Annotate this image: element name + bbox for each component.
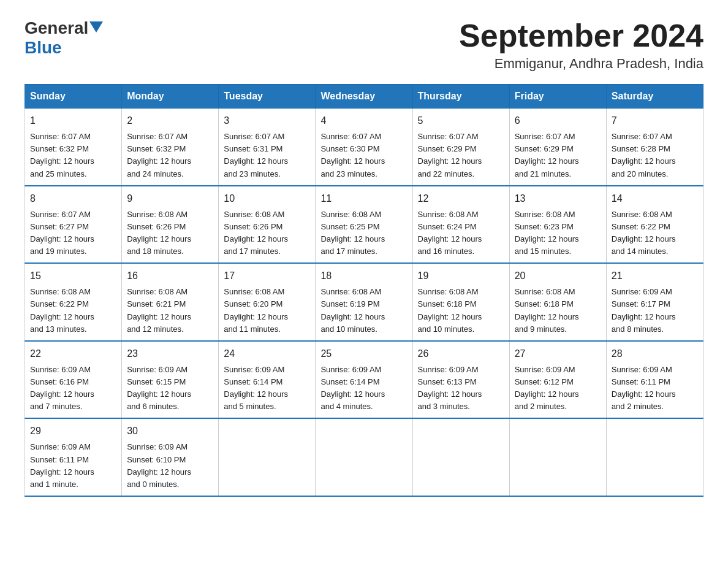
day-info: Sunrise: 6:07 AMSunset: 6:31 PMDaylight:…: [224, 132, 288, 178]
calendar-cell: [219, 418, 316, 496]
day-number: 4: [320, 113, 407, 128]
day-info: Sunrise: 6:08 AMSunset: 6:18 PMDaylight:…: [515, 287, 579, 333]
day-number: 25: [320, 347, 407, 361]
title-area: September 2024 Emmiganur, Andhra Pradesh…: [459, 18, 703, 72]
day-number: 12: [418, 191, 504, 206]
day-info: Sunrise: 6:08 AMSunset: 6:23 PMDaylight:…: [515, 210, 579, 256]
calendar-cell: 28 Sunrise: 6:09 AMSunset: 6:11 PMDaylig…: [606, 341, 703, 419]
weekday-header-wednesday: Wednesday: [316, 85, 412, 109]
day-info: Sunrise: 6:09 AMSunset: 6:14 PMDaylight:…: [320, 365, 385, 411]
calendar-cell: [606, 418, 703, 496]
calendar-cell: 15 Sunrise: 6:08 AMSunset: 6:22 PMDaylig…: [25, 263, 122, 341]
day-info: Sunrise: 6:09 AMSunset: 6:13 PMDaylight:…: [418, 365, 482, 411]
calendar-cell: [316, 418, 412, 496]
calendar-cell: 26 Sunrise: 6:09 AMSunset: 6:13 PMDaylig…: [412, 341, 509, 419]
day-number: 16: [127, 269, 213, 283]
calendar-cell: [412, 418, 509, 496]
weekday-header-row: SundayMondayTuesdayWednesdayThursdayFrid…: [25, 85, 703, 109]
calendar-cell: 6 Sunrise: 6:07 AMSunset: 6:29 PMDayligh…: [509, 109, 606, 186]
calendar-cell: 18 Sunrise: 6:08 AMSunset: 6:19 PMDaylig…: [316, 263, 412, 341]
day-info: Sunrise: 6:09 AMSunset: 6:14 PMDaylight:…: [224, 365, 288, 411]
day-info: Sunrise: 6:07 AMSunset: 6:29 PMDaylight:…: [515, 132, 579, 178]
calendar-cell: 29 Sunrise: 6:09 AMSunset: 6:11 PMDaylig…: [25, 418, 122, 496]
calendar-cell: 19 Sunrise: 6:08 AMSunset: 6:18 PMDaylig…: [412, 263, 509, 341]
weekday-header-sunday: Sunday: [25, 85, 122, 109]
logo: General Blue: [25, 18, 103, 58]
calendar-cell: 16 Sunrise: 6:08 AMSunset: 6:21 PMDaylig…: [122, 263, 219, 341]
logo-triangle-icon: [89, 21, 103, 35]
calendar-cell: 25 Sunrise: 6:09 AMSunset: 6:14 PMDaylig…: [316, 341, 412, 419]
calendar-cell: 1 Sunrise: 6:07 AMSunset: 6:32 PMDayligh…: [25, 109, 122, 186]
day-number: 9: [127, 191, 213, 206]
day-info: Sunrise: 6:07 AMSunset: 6:27 PMDaylight:…: [30, 210, 94, 256]
day-info: Sunrise: 6:07 AMSunset: 6:28 PMDaylight:…: [612, 132, 676, 178]
day-number: 26: [418, 347, 504, 361]
calendar-cell: 11 Sunrise: 6:08 AMSunset: 6:25 PMDaylig…: [316, 186, 412, 264]
day-number: 22: [30, 347, 116, 361]
weekday-header-tuesday: Tuesday: [219, 85, 316, 109]
calendar-cell: 20 Sunrise: 6:08 AMSunset: 6:18 PMDaylig…: [509, 263, 606, 341]
day-number: 21: [612, 269, 698, 283]
calendar-week-row: 1 Sunrise: 6:07 AMSunset: 6:32 PMDayligh…: [25, 109, 703, 186]
day-number: 28: [612, 347, 698, 361]
logo-general-text: General: [25, 18, 88, 38]
calendar-cell: 24 Sunrise: 6:09 AMSunset: 6:14 PMDaylig…: [219, 341, 316, 419]
svg-marker-0: [89, 21, 103, 33]
day-number: 10: [224, 191, 310, 206]
day-info: Sunrise: 6:08 AMSunset: 6:18 PMDaylight:…: [418, 287, 482, 333]
calendar-cell: 9 Sunrise: 6:08 AMSunset: 6:26 PMDayligh…: [122, 186, 219, 264]
day-number: 3: [224, 113, 310, 128]
day-number: 18: [320, 269, 407, 283]
calendar-week-row: 22 Sunrise: 6:09 AMSunset: 6:16 PMDaylig…: [25, 341, 703, 419]
day-info: Sunrise: 6:08 AMSunset: 6:22 PMDaylight:…: [612, 210, 676, 256]
day-number: 30: [127, 424, 213, 439]
logo-blue-text: Blue: [25, 38, 62, 58]
day-number: 27: [515, 347, 601, 361]
calendar-cell: 23 Sunrise: 6:09 AMSunset: 6:15 PMDaylig…: [122, 341, 219, 419]
day-info: Sunrise: 6:07 AMSunset: 6:30 PMDaylight:…: [320, 132, 385, 178]
day-info: Sunrise: 6:07 AMSunset: 6:29 PMDaylight:…: [418, 132, 482, 178]
calendar-cell: 2 Sunrise: 6:07 AMSunset: 6:32 PMDayligh…: [122, 109, 219, 186]
calendar-title: September 2024: [459, 18, 703, 53]
calendar-cell: 22 Sunrise: 6:09 AMSunset: 6:16 PMDaylig…: [25, 341, 122, 419]
calendar-cell: 8 Sunrise: 6:07 AMSunset: 6:27 PMDayligh…: [25, 186, 122, 264]
day-number: 19: [418, 269, 504, 283]
weekday-header-monday: Monday: [122, 85, 219, 109]
day-number: 17: [224, 269, 310, 283]
calendar-cell: 7 Sunrise: 6:07 AMSunset: 6:28 PMDayligh…: [606, 109, 703, 186]
day-info: Sunrise: 6:08 AMSunset: 6:22 PMDaylight:…: [30, 287, 94, 333]
day-number: 1: [30, 113, 116, 128]
day-number: 8: [30, 191, 116, 206]
day-number: 11: [320, 191, 407, 206]
day-info: Sunrise: 6:08 AMSunset: 6:19 PMDaylight:…: [320, 287, 385, 333]
day-info: Sunrise: 6:09 AMSunset: 6:12 PMDaylight:…: [515, 365, 579, 411]
day-number: 5: [418, 113, 504, 128]
page-header: General Blue September 2024 Emmiganur, A…: [25, 18, 703, 72]
day-number: 23: [127, 347, 213, 361]
calendar-cell: 27 Sunrise: 6:09 AMSunset: 6:12 PMDaylig…: [509, 341, 606, 419]
day-number: 2: [127, 113, 213, 128]
day-info: Sunrise: 6:07 AMSunset: 6:32 PMDaylight:…: [127, 132, 191, 178]
calendar-cell: 17 Sunrise: 6:08 AMSunset: 6:20 PMDaylig…: [219, 263, 316, 341]
calendar-cell: 5 Sunrise: 6:07 AMSunset: 6:29 PMDayligh…: [412, 109, 509, 186]
calendar-subtitle: Emmiganur, Andhra Pradesh, India: [459, 56, 703, 72]
weekday-header-thursday: Thursday: [412, 85, 509, 109]
day-number: 29: [30, 424, 116, 439]
day-number: 7: [612, 113, 698, 128]
calendar-cell: 4 Sunrise: 6:07 AMSunset: 6:30 PMDayligh…: [316, 109, 412, 186]
weekday-header-saturday: Saturday: [606, 85, 703, 109]
calendar-week-row: 29 Sunrise: 6:09 AMSunset: 6:11 PMDaylig…: [25, 418, 703, 496]
day-number: 13: [515, 191, 601, 206]
calendar-table: SundayMondayTuesdayWednesdayThursdayFrid…: [25, 84, 703, 497]
day-info: Sunrise: 6:08 AMSunset: 6:25 PMDaylight:…: [320, 210, 385, 256]
calendar-cell: 13 Sunrise: 6:08 AMSunset: 6:23 PMDaylig…: [509, 186, 606, 264]
day-number: 14: [612, 191, 698, 206]
calendar-cell: 3 Sunrise: 6:07 AMSunset: 6:31 PMDayligh…: [219, 109, 316, 186]
calendar-cell: 14 Sunrise: 6:08 AMSunset: 6:22 PMDaylig…: [606, 186, 703, 264]
day-info: Sunrise: 6:07 AMSunset: 6:32 PMDaylight:…: [30, 132, 94, 178]
calendar-cell: 30 Sunrise: 6:09 AMSunset: 6:10 PMDaylig…: [122, 418, 219, 496]
day-number: 6: [515, 113, 601, 128]
day-info: Sunrise: 6:09 AMSunset: 6:10 PMDaylight:…: [127, 442, 191, 488]
calendar-cell: 12 Sunrise: 6:08 AMSunset: 6:24 PMDaylig…: [412, 186, 509, 264]
calendar-week-row: 8 Sunrise: 6:07 AMSunset: 6:27 PMDayligh…: [25, 186, 703, 264]
